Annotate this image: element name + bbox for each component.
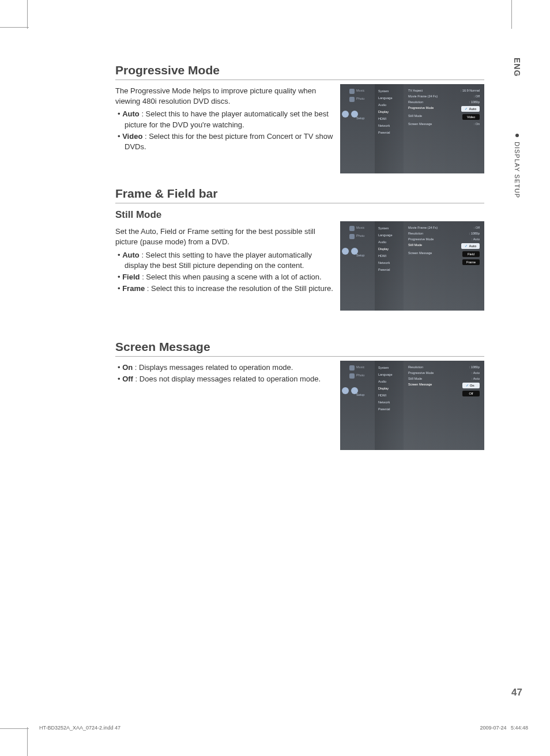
opt-auto2-text: : Select this setting to have the player… bbox=[125, 251, 312, 270]
osd-screenshot-progressive: Music Photo Setup System Language Audio … bbox=[340, 84, 484, 173]
dropdown-option: Frame bbox=[462, 259, 480, 265]
still-mode-heading: Still Mode bbox=[115, 209, 484, 221]
frame-field-section: Frame & Field bar Still Mode Set the Aut… bbox=[115, 187, 484, 294]
print-date: 2009-07-24 bbox=[480, 725, 506, 731]
dropdown-option: Off bbox=[462, 391, 480, 396]
opt-off-label: Off bbox=[122, 375, 133, 383]
gear-icon bbox=[351, 111, 358, 118]
gear-icon bbox=[351, 248, 358, 255]
menu-language: Language bbox=[375, 94, 404, 101]
globe-icon bbox=[342, 111, 349, 118]
menu-display: Display bbox=[375, 108, 404, 115]
opt-auto-label: Auto bbox=[122, 109, 140, 118]
menu-system: System bbox=[375, 88, 404, 94]
music-icon bbox=[349, 89, 355, 94]
nav-music: Music bbox=[340, 86, 375, 94]
crop-marks-top bbox=[0, 0, 550, 29]
nav-photo: Photo bbox=[340, 94, 375, 103]
photo-icon bbox=[349, 373, 355, 379]
screen-message-section: Screen Message • On : Displays messages … bbox=[115, 340, 484, 384]
osd-screenshot-stillmode: Music Photo Setup System Language Audio … bbox=[340, 221, 484, 311]
globe-icon bbox=[342, 387, 349, 394]
print-time: 5:44:48 bbox=[511, 725, 528, 731]
opt-on-label: On bbox=[122, 363, 133, 372]
photo-icon bbox=[349, 234, 355, 239]
section-tab: DISPLAY SETUP bbox=[513, 127, 522, 230]
bullet-icon bbox=[515, 134, 519, 137]
gear-icon bbox=[351, 387, 358, 394]
opt-off-text: : Does not display messages related to o… bbox=[133, 375, 321, 383]
side-tab: ENG DISPLAY SETUP bbox=[513, 58, 530, 230]
progressive-mode-heading: Progressive Mode bbox=[115, 63, 484, 80]
file-slug: HT-BD3252A_XAA_0724-2.indd 47 bbox=[39, 725, 120, 731]
frame-field-heading: Frame & Field bar bbox=[115, 187, 484, 203]
photo-icon bbox=[349, 97, 355, 102]
language-indicator: ENG bbox=[513, 58, 522, 81]
music-icon bbox=[349, 226, 355, 231]
opt-auto2-label: Auto bbox=[122, 251, 140, 259]
dropdown-selected: ✓Auto bbox=[461, 243, 480, 249]
opt-video-label: Video bbox=[122, 132, 142, 141]
music-icon bbox=[349, 365, 355, 371]
still-mode-intro: Set the Auto, Field or Frame setting for… bbox=[115, 226, 334, 247]
dropdown-selected: ✓On bbox=[462, 383, 480, 388]
opt-field-text: : Select this when pausing a scene with … bbox=[140, 273, 322, 281]
globe-icon bbox=[342, 248, 349, 255]
page-number: 47 bbox=[511, 687, 522, 698]
dropdown-selected: ✓Auto bbox=[461, 106, 480, 112]
menu-network: Network bbox=[375, 122, 404, 129]
opt-frame-text: : Select this to increase the resolution… bbox=[145, 284, 333, 293]
dropdown-option: Field bbox=[462, 251, 480, 257]
opt-on-text: : Displays messages related to operation… bbox=[133, 363, 293, 372]
crop-marks-bottom bbox=[0, 727, 550, 756]
opt-auto-text: : Select this to have the player automat… bbox=[125, 109, 329, 128]
section-tab-label: DISPLAY SETUP bbox=[514, 142, 521, 198]
menu-audio: Audio bbox=[375, 101, 404, 108]
dropdown-option: Video bbox=[462, 114, 480, 120]
progressive-mode-intro: The Progressive Mode helps to improve pi… bbox=[115, 86, 334, 107]
progressive-mode-section: Progressive Mode The Progressive Mode he… bbox=[115, 63, 484, 152]
opt-video-text: : Select this for the best picture from … bbox=[125, 132, 333, 151]
osd-screenshot-screenmessage: Music Photo Setup System Language Audio … bbox=[340, 361, 484, 450]
screen-message-heading: Screen Message bbox=[115, 340, 484, 357]
opt-frame-label: Frame bbox=[122, 284, 145, 293]
menu-parental: Parental bbox=[375, 129, 404, 136]
print-footer: HT-BD3252A_XAA_0724-2.indd 47 2009-07-24… bbox=[39, 725, 528, 731]
opt-field-label: Field bbox=[122, 273, 140, 281]
menu-hdmi: HDMI bbox=[375, 115, 404, 122]
